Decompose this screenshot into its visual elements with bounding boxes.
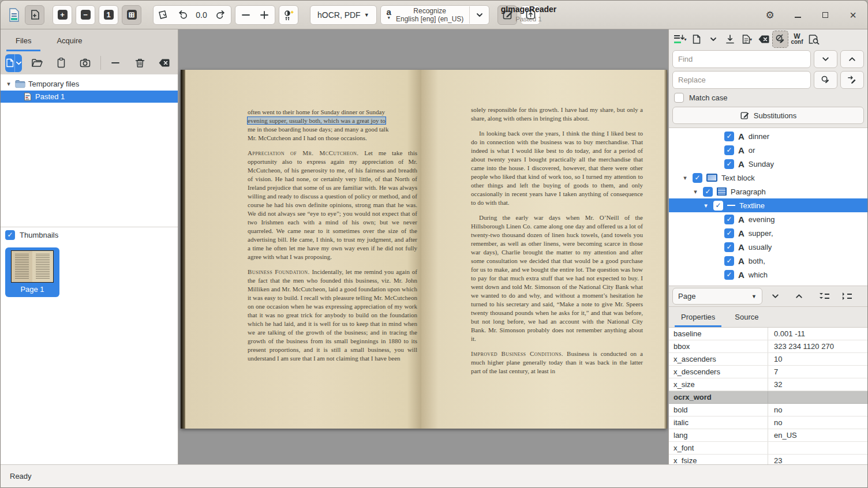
hocr-word-row[interactable]: ✓ A Sunday	[669, 157, 867, 171]
checkbox[interactable]: ✓	[724, 256, 734, 266]
property-value[interactable]: en_US	[768, 431, 797, 440]
delete-button[interactable]	[130, 54, 149, 72]
property-value[interactable]: 323 234 1120 270	[768, 342, 834, 351]
checkbox[interactable]: ✓	[693, 173, 702, 183]
tree-row-pasted-file[interactable]: Pasted 1	[1, 91, 178, 103]
rotate-mode-button[interactable]	[155, 6, 173, 24]
rotate-left-button[interactable]	[173, 6, 192, 24]
hocr-textblock-row[interactable]: ▾ ✓ Text block	[669, 171, 867, 185]
expand-all-button[interactable]	[814, 288, 835, 305]
property-value[interactable]: no	[768, 406, 782, 414]
hocr-textline-row-selected[interactable]: ▾ ✓ Textline	[669, 198, 867, 212]
rotation-value[interactable]: 0.0	[192, 10, 211, 20]
collapse-all-button[interactable]	[836, 288, 857, 305]
thumbnails-checkbox[interactable]: ✓	[5, 230, 15, 240]
expander-icon[interactable]: ▾	[682, 174, 689, 182]
property-value[interactable]: 0.001 -11	[768, 329, 805, 338]
expander-icon[interactable]: ▾	[692, 188, 699, 196]
checkbox[interactable]: ✓	[724, 242, 734, 252]
checkbox[interactable]: ✓	[724, 159, 734, 169]
property-row[interactable]: baseline 0.001 -11	[669, 328, 867, 340]
add-page-button[interactable]	[25, 5, 44, 25]
menu-gear-button[interactable]: ⚙	[765, 10, 775, 20]
find-input[interactable]	[672, 50, 811, 68]
zoom-in-button[interactable]: +	[53, 5, 72, 25]
tab-properties[interactable]: Properties	[671, 307, 725, 327]
paste-button[interactable]	[52, 54, 70, 72]
tab-source[interactable]: Source	[725, 307, 768, 327]
image-controls-button[interactable]	[279, 5, 298, 25]
replace-input[interactable]	[672, 71, 811, 89]
hocr-word-row[interactable]: ✓ A dinner	[669, 129, 867, 143]
preview-toggle[interactable]	[806, 31, 822, 48]
property-row[interactable]: italic no	[669, 416, 867, 429]
tab-acquire[interactable]: Acquire	[44, 29, 95, 51]
substitutions-button[interactable]: Substitutions	[672, 107, 864, 124]
checkbox[interactable]: ✓	[724, 228, 734, 238]
match-case-checkbox[interactable]	[674, 93, 684, 103]
hocr-word-row[interactable]: ✓ A both,	[669, 254, 867, 268]
hocr-word-row[interactable]: ✓ A evening	[669, 212, 867, 226]
close-button[interactable]: ×	[848, 10, 858, 20]
property-value[interactable]: 7	[768, 367, 778, 376]
minimize-button[interactable]	[792, 10, 803, 20]
property-value[interactable]: 23	[768, 456, 782, 465]
property-row[interactable]: x_descenders 7	[669, 366, 867, 378]
hocr-word-row[interactable]: ✓ A usually	[669, 240, 867, 254]
scanned-book-image[interactable]: often went to their home for Sunday dinn…	[181, 70, 667, 429]
recognize-options-dropdown[interactable]	[469, 6, 489, 24]
zoom-original-button[interactable]: 1	[99, 5, 118, 25]
hocr-word-row[interactable]: ✓ A supper,	[669, 226, 867, 240]
property-row[interactable]: bbox 323 234 1120 270	[669, 340, 867, 353]
save-hocr-button[interactable]	[722, 31, 738, 48]
zoom-out-button[interactable]: −	[76, 5, 95, 25]
checkbox[interactable]: ✓	[724, 270, 734, 280]
add-images-icon[interactable]	[5, 54, 15, 72]
property-row[interactable]: x_size 32	[669, 378, 867, 391]
clear-list-button[interactable]	[155, 54, 173, 72]
checkbox[interactable]: ✓	[724, 145, 734, 155]
output-format-dropdown[interactable]: hOCR, PDF ▼	[310, 5, 377, 25]
thumbnail-page-1[interactable]: Page 1	[5, 247, 59, 297]
selected-textline-highlight[interactable]: evening supper, usually both, which was …	[248, 117, 386, 124]
remove-page-button[interactable]	[106, 54, 125, 72]
zoom-fit-button[interactable]: ⊞	[122, 5, 141, 25]
tree-row-temporary-files[interactable]: ▾ Temporary files	[1, 78, 178, 90]
find-previous-button[interactable]	[840, 50, 864, 68]
hocr-paragraph-row[interactable]: ▾ ✓ Paragraph	[669, 185, 867, 198]
page-combobox[interactable]: Page ▼	[672, 288, 762, 305]
clear-output-button[interactable]	[755, 31, 772, 48]
rotate-right-button[interactable]	[211, 6, 230, 24]
checkbox[interactable]: ✓	[724, 215, 734, 224]
hocr-word-row[interactable]: ✓ A or	[669, 143, 867, 157]
open-folder-button[interactable]	[28, 54, 46, 72]
open-hocr-button[interactable]	[689, 31, 705, 48]
expander-icon[interactable]: ▾	[702, 202, 709, 209]
property-value[interactable]: 10	[768, 355, 782, 363]
checkbox[interactable]: ✓	[703, 187, 713, 197]
find-replace-toggle[interactable]	[772, 31, 788, 48]
property-row[interactable]: x_ascenders 10	[669, 353, 867, 366]
export-hocr-button[interactable]: ▾	[739, 31, 755, 48]
open-hocr-dropdown[interactable]	[705, 31, 721, 48]
checkbox[interactable]: ✓	[724, 132, 734, 141]
recognize-button[interactable]: a▾ Recognize English [eng] (en_US)	[381, 5, 470, 25]
decrease-button[interactable]	[237, 6, 255, 24]
insert-mode-button[interactable]: ▾	[672, 31, 688, 48]
word-confidence-toggle[interactable]: W conf	[789, 31, 805, 48]
substitute-button[interactable]	[814, 71, 837, 89]
property-row[interactable]: x_font	[669, 442, 867, 455]
maximize-button[interactable]	[820, 10, 830, 20]
screenshot-button[interactable]	[76, 54, 95, 72]
property-value[interactable]: no	[768, 418, 782, 427]
substitute-all-button[interactable]	[840, 71, 864, 89]
next-item-button[interactable]	[764, 288, 786, 305]
add-images-split-button[interactable]	[5, 54, 22, 72]
increase-button[interactable]	[255, 6, 274, 24]
hocr-word-row[interactable]: ✓ A which	[669, 268, 867, 281]
property-row[interactable]: bold no	[669, 404, 867, 416]
image-canvas[interactable]: often went to their home for Sunday dinn…	[179, 29, 668, 464]
checkbox[interactable]: ✓	[713, 201, 723, 211]
find-next-button[interactable]	[814, 50, 837, 68]
add-images-dropdown[interactable]	[15, 54, 22, 72]
